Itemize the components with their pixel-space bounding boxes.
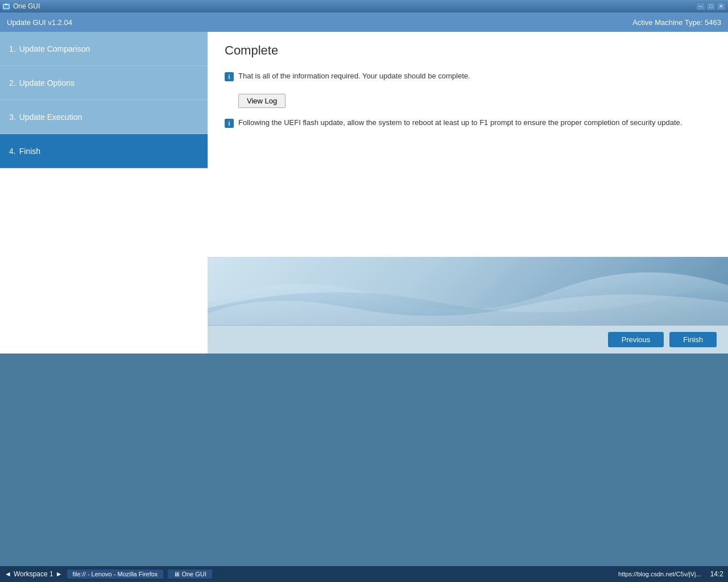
sidebar-item-3-label: Update Execution [19,113,82,122]
sidebar-item-update-options[interactable]: 2. Update Options [0,66,208,100]
taskbar-app-label: One GUI [181,571,206,577]
app-header: Update GUI v1.2.04 Active Machine Type: … [0,13,728,32]
warning-message-text: Following the UEFI flash update, allow t… [238,118,682,127]
content-main: Complete i That is all of the informatio… [208,32,728,257]
taskbar-right: https://blog.csdn.net/C5v/jVj... 14:2 [618,570,723,578]
taskbar-workspace: ◄ Workspace 1 ► [5,570,63,578]
sidebar-item-finish[interactable]: 4. Finish [0,134,208,168]
sidebar-item-update-execution[interactable]: 3. Update Execution [0,100,208,134]
app-icon [2,2,10,10]
previous-button[interactable]: Previous [608,332,664,347]
warning-message-row: i Following the UEFI flash update, allow… [225,118,711,128]
sidebar-item-1-number: 1. [9,44,16,53]
workspace-label: Workspace 1 [14,570,53,578]
taskbar: ◄ Workspace 1 ► file:// - Lenovo - Mozil… [0,566,728,579]
desktop [0,354,728,579]
svg-rect-0 [3,5,9,9]
taskbar-time: 14:2 [710,570,723,578]
info-message-text: That is all of the information required.… [238,72,470,80]
sidebar-item-update-comparison[interactable]: 1. Update Comparison [0,32,208,66]
action-bar: Previous Finish [208,325,728,354]
taskbar-left: ◄ Workspace 1 ► file:// - Lenovo - Mozil… [5,569,212,579]
sidebar-item-4-number: 4. [9,147,16,156]
maximize-button[interactable]: □ [706,2,715,10]
sidebar: 1. Update Comparison 2. Update Options 3… [0,32,208,354]
close-button[interactable]: ✕ [717,2,726,10]
sidebar-item-1-label: Update Comparison [19,44,90,53]
taskbar-app-item[interactable]: 🖥 One GUI [168,569,212,579]
machine-type-label: Active Machine Type: 5463 [632,18,721,27]
sidebar-item-4-label: Finish [19,147,40,156]
version-label: Update GUI v1.2.04 [7,18,72,27]
decorative-waves [208,257,728,325]
workspace-arrow-right[interactable]: ► [56,570,63,578]
main-area: 1. Update Comparison 2. Update Options 3… [0,32,728,354]
taskbar-status-url: https://blog.csdn.net/C5v/jVj... [618,571,701,577]
workspace-arrow-left[interactable]: ◄ [5,570,11,578]
sidebar-item-3-number: 3. [9,113,16,122]
info-icon-1: i [225,72,234,81]
minimize-button[interactable]: ─ [696,2,705,10]
info-message-row: i That is all of the information require… [225,72,711,81]
title-bar-controls: ─ □ ✕ [696,2,726,10]
bottom-decoration [208,257,728,325]
title-bar-text: One GUI [13,2,40,10]
title-bar-left: One GUI [2,2,40,10]
sidebar-item-2-number: 2. [9,78,16,88]
page-title: Complete [225,43,711,58]
title-bar: One GUI ─ □ ✕ [0,0,728,13]
content-area: Complete i That is all of the informatio… [208,32,728,354]
info-icon-2: i [225,119,234,128]
sidebar-item-2-label: Update Options [19,78,75,88]
taskbar-app-icon: 🖥 [173,571,181,577]
taskbar-browser-item[interactable]: file:// - Lenovo - Mozilla Firefox [67,569,164,579]
view-log-button[interactable]: View Log [238,94,286,108]
finish-button[interactable]: Finish [669,332,717,347]
app-window: Update GUI v1.2.04 Active Machine Type: … [0,13,728,354]
